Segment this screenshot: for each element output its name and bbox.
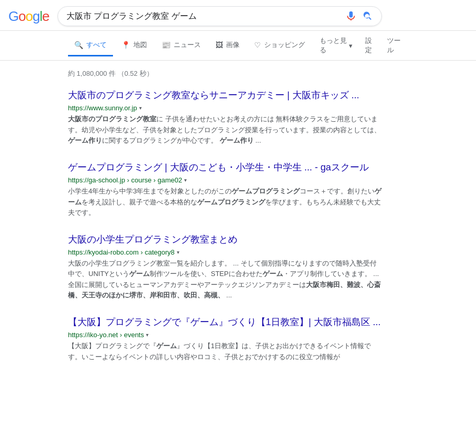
search-button-icon[interactable] [362,11,373,21]
tools-button[interactable]: ツール [383,31,408,60]
tools-label: ツール [387,37,401,54]
nav-tabs: 🔍 すべて 📍 地図 📰 ニュース 🖼 画像 ♡ ショッピング もっと見る ▾ … [0,31,476,61]
tab-images-label: 画像 [226,40,240,50]
search-tab-icon: 🔍 [74,41,83,49]
snippet-bold: ゲーム [263,270,283,278]
search-icons [346,11,373,21]
snippet-bold: ゲーム [156,342,177,350]
more-label: もっと見る [320,36,347,55]
result-4-title[interactable]: 【大阪】プログラミングで『ゲーム』づくり【1日教室】| 大阪市福島区 ... [68,316,382,329]
result-4-dropdown-icon[interactable]: ▾ [146,332,149,338]
snippet-bold: ゲーム作り [68,136,102,144]
result-3-url: https://kyodai-robo.com › category8 [68,248,175,256]
tab-shopping[interactable]: ♡ ショッピング [248,35,311,56]
result-3-url-line: https://kyodai-robo.com › category8 ▾ [68,248,382,256]
search-result-1: 大阪市のプログラミング教室ならサニーアカデミー | 大阪市キッズ ... htt… [68,89,382,146]
images-tab-icon: 🖼 [216,41,223,49]
result-2-dropdown-icon[interactable]: ▾ [184,177,187,183]
search-result-2: ゲームプログラミング | 大阪のこども・小学生・中学生 ... - gaスクール… [68,161,382,219]
snippet-bold: ゲーム作り [220,136,254,144]
result-3-title[interactable]: 大阪の小学生プログラミング教室まとめ [68,233,382,246]
result-1-dropdown-icon[interactable]: ▾ [139,105,142,111]
settings-button[interactable]: 設定 [361,31,381,60]
search-result-3: 大阪の小学生プログラミング教室まとめ https://kyodai-robo.c… [68,233,382,301]
tab-all-label: すべて [86,40,107,50]
search-input[interactable] [66,12,341,21]
search-result-4: 【大阪】プログラミングで『ゲーム』づくり【1日教室】| 大阪市福島区 ... h… [68,316,382,362]
tab-maps-label: 地図 [133,40,147,50]
result-4-snippet: 【大阪】プログラミングで『ゲーム』づくり【1日教室】は、子供とお出かけできるイベ… [68,341,382,362]
result-4-url: https://iko-yo.net › events [68,331,144,339]
tab-all[interactable]: 🔍 すべて [68,35,113,56]
result-2-title[interactable]: ゲームプログラミング | 大阪のこども・小学生・中学生 ... - gaスクール [68,161,382,174]
news-tab-icon: 📰 [162,41,171,49]
maps-tab-icon: 📍 [121,41,130,49]
tab-maps[interactable]: 📍 地図 [115,35,153,56]
tab-news[interactable]: 📰 ニュース [155,35,207,56]
settings-label: 設定 [365,37,372,54]
result-1-snippet: 大阪市のプログラミング教室に 子供を通わせたいとお考えの方には 無料体験クラスを… [68,114,382,146]
google-logo: Google [8,8,49,25]
results-count: 約 1,080,000 件 （0.52 秒） [68,69,403,78]
shopping-tab-icon: ♡ [254,41,261,49]
snippet-bold: 大阪市梅田、難波、心斎橋、天王寺のほかに堺市、岸和田市、吹田、高槻、 [68,281,381,300]
tab-images[interactable]: 🖼 画像 [209,35,246,56]
result-2-url-line: https://ga-school.jp › course › game02 ▾ [68,176,382,184]
result-1-title[interactable]: 大阪市のプログラミング教室ならサニーアカデミー | 大阪市キッズ ... [68,89,382,102]
main-content: 約 1,080,000 件 （0.52 秒） 大阪市のプログラミング教室ならサニ… [0,61,471,385]
result-3-snippet: 大阪の小学生プログラミング教室一覧を紹介します。 ... そして個別指導になりま… [68,258,382,301]
result-1-url-line: https://www.sunny.or.jp ▾ [68,104,382,112]
snippet-bold: ゲームプログラミング [197,198,265,206]
result-1-url: https://www.sunny.or.jp [68,104,137,112]
result-3-dropdown-icon[interactable]: ▾ [177,249,179,255]
result-4-url-line: https://iko-yo.net › events ▾ [68,331,382,339]
more-button[interactable]: もっと見る ▾ [313,31,359,60]
tab-shopping-label: ショッピング [264,40,305,50]
mic-icon[interactable] [346,11,356,21]
result-2-url: https://ga-school.jp › course › game02 [68,176,182,184]
snippet-bold: ゲーム [129,270,150,278]
more-chevron-icon: ▾ [349,42,353,50]
result-2-snippet: 小学生4年生から中学3年生までを対象としたのがこのゲームプログラミングコース＋で… [68,186,382,219]
tab-news-label: ニュース [174,40,201,50]
search-bar[interactable] [58,6,382,26]
header: Google [0,0,476,31]
snippet-bold: ゲームプログラミング [232,187,300,195]
snippet-bold: 大阪市のプログラミング教室 [68,115,156,123]
